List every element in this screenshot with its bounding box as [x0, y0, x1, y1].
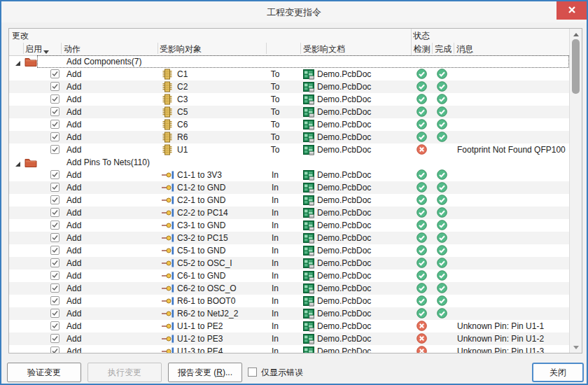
document-cell: Demo.PcbDoc [317, 169, 371, 181]
check-ok-icon [416, 207, 427, 220]
check-ok-icon [416, 270, 427, 283]
expand-arrow-icon[interactable] [15, 59, 21, 69]
row-enable-checkbox[interactable] [50, 120, 59, 129]
report-changes-button[interactable]: 报告变更 (R)... [168, 363, 242, 382]
action-cell: Add [66, 232, 81, 244]
done-ok-icon [437, 119, 447, 132]
change-row[interactable]: AddC2-1 to GNDInDemo.PcbDoc [9, 194, 570, 206]
column-affected-object[interactable]: 受影响对象 [160, 43, 202, 55]
object-cell: C3-2 to PC15 [177, 232, 228, 244]
change-row[interactable]: AddC6-2 to OSC_OInDemo.PcbDoc [9, 282, 570, 295]
group-row[interactable]: Add Components(7) [9, 55, 570, 68]
execute-changes-button[interactable]: 执行变更 [88, 363, 162, 382]
object-cell: C1-1 to 3V3 [177, 169, 222, 181]
close-button[interactable] [556, 1, 587, 20]
document-cell: Demo.PcbDoc [317, 270, 371, 282]
object-cell: U1 [177, 144, 188, 156]
vertical-scrollbar[interactable] [569, 29, 582, 353]
check-error-icon [416, 144, 427, 157]
changes-table: 更改 状态 启用 动作 受影响对象 受影响文档 检测 完成 消息 Add Com… [8, 28, 582, 354]
row-enable-checkbox[interactable] [50, 346, 59, 353]
column-message[interactable]: 消息 [456, 43, 473, 55]
row-enable-checkbox[interactable] [50, 258, 59, 267]
scrollbar-thumb[interactable] [572, 39, 580, 94]
change-row[interactable]: AddR6-1 to BOOT0InDemo.PcbDoc [9, 295, 570, 307]
title-bar[interactable]: 工程变更指令 [1, 1, 587, 22]
change-row[interactable]: AddC2-2 to PC14InDemo.PcbDoc [9, 206, 570, 219]
done-ok-icon [437, 295, 447, 308]
column-enable[interactable]: 启用 [25, 43, 42, 55]
expand-arrow-icon[interactable] [15, 160, 21, 169]
change-row[interactable]: AddU1-1 to PE2InDemo.PcbDocUnknown Pin: … [9, 320, 570, 332]
document-cell: Demo.PcbDoc [317, 194, 371, 206]
change-row[interactable]: AddU1-3 to PE4InDemo.PcbDocUnknown Pin: … [9, 345, 570, 353]
document-cell: Demo.PcbDoc [317, 295, 371, 307]
check-ok-icon [416, 245, 427, 258]
change-row[interactable]: AddR6-2 to NetJ2_2InDemo.PcbDoc [9, 307, 570, 320]
check-ok-icon [416, 283, 427, 295]
only-show-errors-checkbox[interactable] [248, 368, 257, 377]
row-enable-checkbox[interactable] [50, 132, 59, 141]
change-row[interactable]: AddC3-1 to GNDInDemo.PcbDoc [9, 219, 570, 232]
row-enable-checkbox[interactable] [50, 94, 59, 104]
column-done[interactable]: 完成 [435, 43, 451, 55]
change-row[interactable]: AddC5ToDemo.PcbDoc [9, 106, 570, 118]
check-ok-icon [416, 169, 427, 182]
row-enable-checkbox[interactable] [50, 246, 59, 255]
row-enable-checkbox[interactable] [50, 170, 59, 179]
action-cell: Add [66, 93, 81, 106]
column-affected-document[interactable]: 受影响文档 [303, 43, 345, 55]
row-enable-checkbox[interactable] [50, 233, 59, 242]
row-enable-checkbox[interactable] [50, 220, 59, 230]
row-enable-checkbox[interactable] [50, 107, 59, 116]
action-cell: Add [66, 206, 81, 219]
scroll-up-icon[interactable] [570, 29, 582, 39]
change-row[interactable]: AddC2ToDemo.PcbDoc [9, 80, 570, 93]
scroll-down-icon[interactable] [570, 342, 582, 352]
row-enable-checkbox[interactable] [50, 195, 59, 204]
row-enable-checkbox[interactable] [50, 309, 59, 318]
object-cell: R6-2 to NetJ2_2 [177, 307, 238, 320]
action-cell: Add [66, 181, 81, 194]
change-row[interactable]: AddC3-2 to PC15InDemo.PcbDoc [9, 232, 570, 244]
direction-cell: In [261, 169, 289, 181]
row-enable-checkbox[interactable] [50, 183, 59, 192]
change-row[interactable]: AddC5-2 to OSC_IInDemo.PcbDoc [9, 257, 570, 270]
row-enable-checkbox[interactable] [50, 145, 59, 154]
done-ok-icon [437, 207, 447, 220]
group-row[interactable]: Add Pins To Nets(110) [9, 156, 570, 169]
action-cell: Add [66, 307, 81, 320]
close-dialog-button[interactable]: 关闭 [532, 363, 584, 382]
check-ok-icon [416, 232, 427, 245]
action-cell: Add [66, 320, 81, 332]
object-cell: C1-2 to GND [177, 181, 225, 194]
validate-changes-button[interactable]: 验证变更 [7, 363, 81, 382]
change-row[interactable]: AddR6ToDemo.PcbDoc [9, 131, 570, 144]
change-row[interactable]: AddC6-1 to GNDInDemo.PcbDoc [9, 270, 570, 282]
change-row[interactable]: AddC1-1 to 3V3InDemo.PcbDoc [9, 169, 570, 181]
change-row[interactable]: AddC3ToDemo.PcbDoc [9, 93, 570, 106]
change-row[interactable]: AddU1-2 to PE3InDemo.PcbDocUnknown Pin: … [9, 332, 570, 345]
only-show-errors-label[interactable]: 仅显示错误 [261, 363, 303, 382]
document-cell: Demo.PcbDoc [317, 131, 371, 144]
row-enable-checkbox[interactable] [50, 69, 59, 78]
change-row[interactable]: AddC5-1 to GNDInDemo.PcbDoc [9, 244, 570, 257]
column-check[interactable]: 检测 [414, 43, 430, 55]
direction-cell: In [261, 345, 289, 353]
action-cell: Add [66, 106, 81, 118]
change-row[interactable]: AddC1ToDemo.PcbDoc [9, 68, 570, 80]
change-row[interactable]: AddC1-2 to GNDInDemo.PcbDoc [9, 181, 570, 194]
change-row[interactable]: AddU1ToDemo.PcbDocFootprint Not Found QF… [9, 144, 570, 156]
row-enable-checkbox[interactable] [50, 284, 59, 293]
row-enable-checkbox[interactable] [50, 334, 59, 343]
row-enable-checkbox[interactable] [50, 271, 59, 280]
column-action[interactable]: 动作 [64, 43, 80, 55]
action-cell: Add [66, 169, 81, 181]
row-enable-checkbox[interactable] [50, 208, 59, 217]
change-row[interactable]: AddC6ToDemo.PcbDoc [9, 118, 570, 131]
row-enable-checkbox[interactable] [50, 82, 59, 91]
row-enable-checkbox[interactable] [50, 296, 59, 305]
row-enable-checkbox[interactable] [50, 321, 59, 330]
direction-cell: In [261, 232, 289, 244]
object-cell: C2-1 to GND [177, 194, 225, 206]
